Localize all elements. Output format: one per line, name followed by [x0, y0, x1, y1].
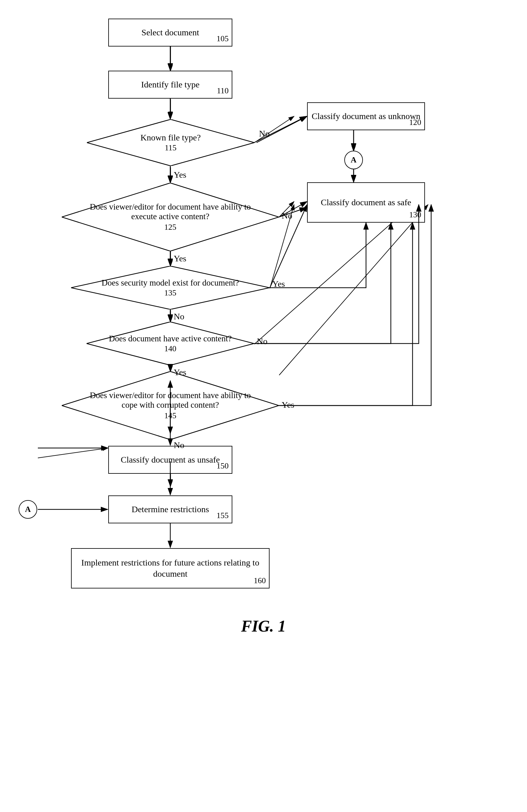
circle-A1-label: A: [351, 155, 357, 165]
flowchart-diagram: Select document 105 Identify file type 1…: [0, 0, 527, 775]
label-no-135: No: [174, 311, 184, 321]
diamond-115-num: 115: [165, 143, 176, 153]
box-110-label: Identify file type: [141, 79, 199, 90]
box-105: Select document 105: [108, 19, 232, 46]
diamond-135: Does security model exist for document? …: [71, 266, 270, 309]
diamond-115-label: Known file type?: [141, 133, 201, 143]
box-150-label: Classify document as unsafe: [121, 454, 220, 465]
box-120-label: Classify document as unknown: [312, 111, 421, 122]
box-150: Classify document as unsafe 150: [108, 446, 232, 474]
diamond-135-label: Does security model exist for document?: [101, 278, 239, 288]
label-no-145: No: [174, 440, 184, 450]
box-160-num: 160: [254, 576, 266, 586]
circle-A1: A: [344, 151, 363, 169]
diamond-125-label: Does viewer/editor for document have abi…: [87, 202, 254, 221]
box-120-num: 120: [409, 117, 421, 128]
label-yes-145: Yes: [282, 400, 294, 410]
box-155-num: 155: [216, 510, 229, 521]
diamond-145: Does viewer/editor for document have abi…: [62, 372, 279, 440]
box-110-num: 110: [217, 86, 229, 96]
figure-label: FIG. 1: [241, 617, 286, 635]
box-130-num: 130: [409, 209, 421, 220]
svg-line-18: [38, 448, 108, 458]
diamond-125-num: 125: [165, 222, 176, 232]
box-120: Classify document as unknown 120: [307, 102, 425, 130]
diamond-140-label: Does document have active content?: [109, 334, 232, 344]
diamond-115: Known file type? 115: [87, 119, 254, 166]
label-yes-125: Yes: [174, 253, 186, 263]
diamond-145-label: Does viewer/editor for document have abi…: [87, 391, 254, 410]
box-160-label: Implement restrictions for future action…: [72, 557, 269, 580]
label-yes-115: Yes: [174, 170, 186, 180]
diamond-140: Does document have active content? 140: [87, 322, 254, 365]
label-no-140: No: [257, 336, 267, 346]
box-130-label: Classify document as safe: [321, 197, 411, 208]
diamond-125: Does viewer/editor for document have abi…: [62, 183, 279, 251]
label-no-125: No: [282, 211, 292, 221]
box-105-num: 105: [216, 33, 229, 44]
box-155-label: Determine restrictions: [131, 504, 209, 515]
box-150-num: 150: [216, 461, 229, 471]
label-yes-135: Yes: [272, 279, 285, 289]
circle-A2-label: A: [25, 505, 31, 514]
box-105-label: Select document: [141, 27, 199, 38]
diamond-140-num: 140: [165, 344, 176, 353]
label-no-115: No: [259, 129, 270, 139]
circle-A2: A: [19, 500, 37, 519]
diamond-135-num: 135: [165, 288, 176, 298]
diamond-145-num: 145: [165, 411, 176, 420]
svg-line-14: [279, 205, 428, 375]
box-130: Classify document as safe 130: [307, 182, 425, 222]
box-155: Determine restrictions 155: [108, 495, 232, 523]
box-110: Identify file type 110: [108, 71, 232, 99]
box-160: Implement restrictions for future action…: [71, 548, 270, 589]
